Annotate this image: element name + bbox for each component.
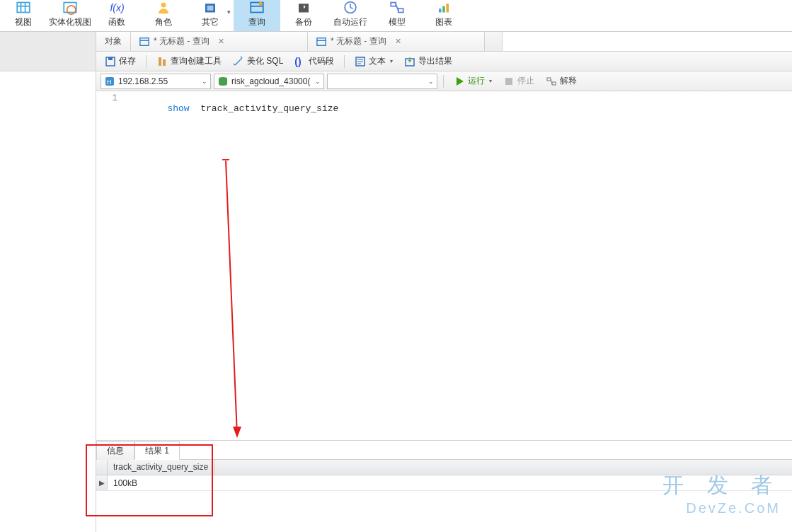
address-bar[interactable] (502, 32, 792, 51)
model-icon (387, 0, 407, 15)
table-icon (13, 0, 33, 15)
separator (443, 75, 444, 88)
svg-rect-21 (442, 6, 445, 13)
svg-rect-17 (391, 3, 396, 6)
backup-icon (294, 0, 314, 15)
svg-rect-23 (140, 37, 149, 45)
svg-rect-9 (207, 6, 214, 11)
save-icon (105, 56, 116, 67)
sql-identifier: track_activity_query_size (200, 103, 338, 114)
stop-button[interactable]: 停止 (499, 74, 539, 88)
stop-icon (503, 76, 515, 87)
chevron-down-icon: ▾ (489, 78, 492, 84)
separator (146, 55, 147, 68)
svg-line-19 (396, 4, 398, 11)
code-area[interactable]: show track_activity_query_size (123, 91, 792, 440)
sql-keyword: show (167, 103, 189, 114)
tab-info[interactable]: 信息 (96, 441, 134, 460)
function-icon: f(x) (107, 0, 127, 15)
ribbon-query[interactable]: 查询 (234, 0, 280, 31)
role-icon (154, 0, 173, 15)
cell-value[interactable]: 100kB (108, 476, 143, 490)
magic-icon (233, 56, 244, 67)
svg-line-16 (350, 8, 353, 9)
svg-rect-28 (108, 57, 113, 60)
ribbon-backup[interactable]: 备份 (280, 0, 327, 31)
query-tab-icon (139, 37, 149, 47)
sub-toolbar-2: H 192.168.2.55 ⌄ risk_agcloud_43000( ⌄ ⌄… (96, 71, 792, 91)
line-number: 1 (96, 93, 117, 103)
separator (344, 55, 345, 68)
main-area: 对象 * 无标题 - 查询 ✕ * 无标题 - 查询 ✕ 保存 查询创建工具 美… (96, 32, 792, 532)
tab-query-1[interactable]: * 无标题 - 查询 ✕ (131, 32, 308, 51)
grid-header: track_activity_query_size (96, 460, 792, 475)
beautify-sql-button[interactable]: 美化 SQL (229, 54, 287, 69)
code-snippet-button[interactable]: () 代码段 (290, 54, 338, 69)
ribbon-chart[interactable]: 图表 (420, 0, 467, 31)
database-icon (217, 76, 229, 87)
sql-editor[interactable]: 1 show track_activity_query_size (96, 91, 792, 440)
svg-rect-0 (17, 3, 30, 13)
play-icon (454, 76, 465, 87)
chevron-down-icon: ⌄ (315, 78, 321, 85)
svg-rect-40 (547, 78, 551, 81)
ribbon-function[interactable]: f(x) 函数 (93, 0, 140, 31)
sidebar (0, 32, 96, 532)
clock-icon (340, 0, 360, 15)
ribbon-other[interactable]: 其它 ▾ (187, 0, 234, 31)
svg-rect-18 (398, 8, 403, 12)
ribbon-toolbar: 视图 实体化视图 f(x) 函数 角色 其它 ▾ 查询 备份 自动运行 模型 图… (0, 0, 792, 32)
builder-icon (156, 56, 168, 67)
ribbon-role[interactable]: 角色 (140, 0, 187, 31)
line-numbers: 1 (96, 91, 123, 440)
result-grid: track_activity_query_size ▶ 100kB (96, 459, 792, 491)
query-builder-button[interactable]: 查询创建工具 (152, 54, 226, 69)
svg-rect-20 (439, 8, 442, 12)
ribbon-materialized-view[interactable]: 实体化视图 (47, 0, 93, 31)
query-icon (247, 0, 267, 15)
close-icon[interactable]: ✕ (395, 37, 401, 46)
svg-line-42 (551, 79, 552, 83)
svg-text:H: H (107, 79, 112, 86)
export-icon (404, 56, 415, 67)
text-button[interactable]: 文本 ▾ (350, 54, 397, 69)
chevron-down-icon: ⌄ (202, 78, 207, 85)
explain-icon (546, 76, 557, 87)
row-marker-icon: ▶ (96, 475, 108, 490)
run-button[interactable]: 运行 ▾ (449, 74, 496, 88)
database-dropdown[interactable]: risk_agcloud_43000( ⌄ (214, 74, 324, 89)
explain-button[interactable]: 解释 (541, 74, 581, 88)
svg-rect-25 (317, 37, 326, 45)
chevron-down-icon: ▾ (227, 8, 231, 16)
text-icon (355, 56, 366, 67)
parentheses-icon: () (294, 56, 306, 67)
ribbon-autorun[interactable]: 自动运行 (327, 0, 374, 31)
chevron-down-icon: ⌄ (428, 78, 434, 85)
grid-row[interactable]: ▶ 100kB (96, 475, 792, 491)
other-icon (200, 0, 220, 15)
svg-point-7 (161, 3, 166, 8)
svg-text:f(x): f(x) (110, 2, 124, 13)
export-result-button[interactable]: 导出结果 (400, 54, 457, 69)
tab-result-1[interactable]: 结果 1 (134, 441, 180, 460)
chevron-down-icon: ▾ (390, 58, 393, 64)
ribbon-view[interactable]: 视图 (0, 0, 47, 31)
save-button[interactable]: 保存 (101, 54, 140, 69)
schema-dropdown[interactable]: ⌄ (327, 74, 437, 89)
mat-view-icon (60, 0, 80, 15)
svg-rect-41 (552, 82, 556, 85)
tab-bar: 对象 * 无标题 - 查询 ✕ * 无标题 - 查询 ✕ (96, 32, 792, 52)
tab-query-2[interactable]: * 无标题 - 查询 ✕ (308, 32, 485, 51)
ribbon-model[interactable]: 模型 (374, 0, 420, 31)
close-icon[interactable]: ✕ (218, 37, 224, 46)
query-tab-icon (316, 37, 326, 47)
db-host-icon: H (104, 76, 115, 87)
results-panel: 信息 结果 1 track_activity_query_size ▶ 100k… (96, 440, 792, 524)
connection-dropdown[interactable]: H 192.168.2.55 ⌄ (101, 74, 211, 89)
tab-objects[interactable]: 对象 (96, 32, 131, 51)
column-header[interactable]: track_activity_query_size (108, 460, 214, 475)
sub-toolbar-1: 保存 查询创建工具 美化 SQL () 代码段 文本 ▾ 导出结果 (96, 52, 792, 71)
svg-rect-29 (159, 57, 161, 66)
chart-icon (434, 0, 454, 15)
svg-rect-30 (163, 59, 166, 66)
